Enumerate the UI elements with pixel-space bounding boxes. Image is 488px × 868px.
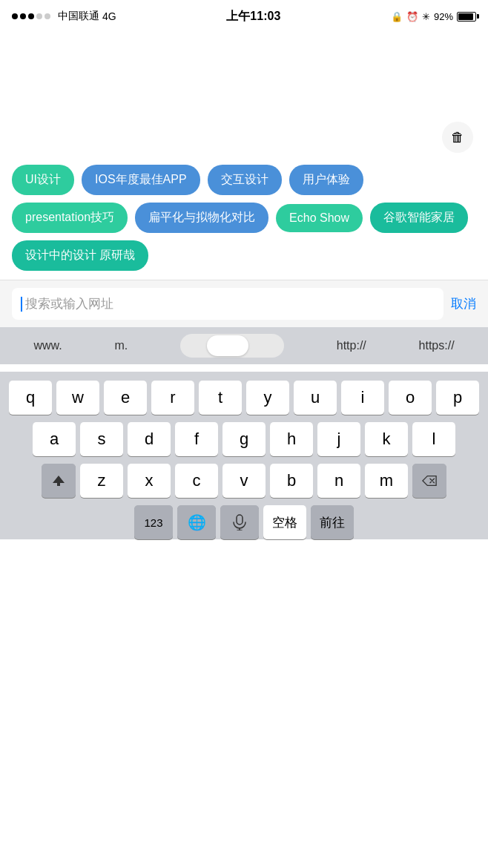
status-right: 🔒 ⏰ ✳ 92%: [391, 11, 476, 22]
key-u[interactable]: u: [294, 381, 337, 415]
quick-link-m[interactable]: m.: [114, 339, 128, 352]
tag-echo-show[interactable]: Echo Show: [276, 204, 363, 232]
backspace-icon: [422, 473, 437, 488]
quick-link-www[interactable]: www.: [33, 339, 62, 352]
mic-icon: [233, 514, 246, 530]
dot4: [36, 13, 42, 19]
svg-rect-0: [237, 515, 243, 525]
text-cursor: [21, 297, 22, 312]
key-a[interactable]: a: [33, 422, 76, 456]
key-backspace[interactable]: [412, 464, 446, 498]
dot2: [20, 13, 26, 19]
status-bar: 中国联通 4G 上午11:03 🔒 ⏰ ✳ 92%: [0, 0, 488, 33]
key-s[interactable]: s: [80, 422, 123, 456]
tag-ux[interactable]: 用户体验: [289, 165, 363, 195]
tags-area: UI设计 IOS年度最佳APP 交互设计 用户体验 presentation技巧…: [0, 159, 488, 280]
cancel-button[interactable]: 取消: [451, 295, 476, 312]
carrier-label: 中国联通: [58, 10, 99, 23]
network-label: 4G: [102, 10, 116, 22]
key-n[interactable]: n: [317, 464, 360, 498]
key-e[interactable]: e: [104, 381, 147, 415]
key-d[interactable]: d: [128, 422, 171, 456]
bluetooth-icon: ✳: [422, 11, 430, 22]
key-p[interactable]: p: [436, 381, 479, 415]
key-f[interactable]: f: [175, 422, 218, 456]
keyboard-row-2: a s d f g h j k l: [0, 422, 488, 456]
search-input-wrapper[interactable]: 搜索或输入网址: [12, 288, 444, 320]
keyboard-spacer: [0, 364, 488, 372]
key-z[interactable]: z: [80, 464, 123, 498]
delete-area: 🗑: [0, 122, 488, 159]
tag-flat-vs-skeu[interactable]: 扁平化与拟物化对比: [135, 203, 268, 233]
key-globe[interactable]: 🌐: [177, 505, 216, 539]
keyboard-row-3: z x c v b n m: [0, 464, 488, 498]
lock-icon: 🔒: [391, 11, 403, 22]
search-area: 搜索或输入网址 取消: [0, 280, 488, 327]
tag-design-in-design[interactable]: 设计中的设计 原研哉: [12, 240, 148, 271]
status-left: 中国联通 4G: [12, 10, 116, 23]
dot3: [28, 13, 34, 19]
dot5: [44, 13, 50, 19]
key-mic[interactable]: [220, 505, 259, 539]
battery-fill: [458, 13, 473, 20]
tag-google-home[interactable]: 谷歌智能家居: [370, 203, 468, 233]
key-q[interactable]: q: [9, 381, 52, 415]
keyboard: q w e r t y u i o p a s d f g h j k l z …: [0, 372, 488, 539]
key-k[interactable]: k: [365, 422, 408, 456]
quick-link-http[interactable]: http://: [337, 339, 366, 352]
key-go[interactable]: 前往: [311, 505, 354, 539]
key-l[interactable]: l: [412, 422, 455, 456]
url-slider[interactable]: [180, 334, 284, 358]
tag-interaction[interactable]: 交互设计: [208, 165, 282, 195]
delete-button[interactable]: 🗑: [442, 122, 473, 153]
tag-ui-design[interactable]: UI设计: [12, 165, 74, 195]
battery-percent: 92%: [434, 11, 453, 22]
key-t[interactable]: t: [199, 381, 242, 415]
top-space: [0, 33, 488, 122]
key-x[interactable]: x: [128, 464, 171, 498]
status-time: 上午11:03: [226, 9, 280, 24]
key-o[interactable]: o: [389, 381, 432, 415]
key-g[interactable]: g: [222, 422, 266, 456]
key-j[interactable]: j: [317, 422, 360, 456]
key-c[interactable]: c: [175, 464, 218, 498]
key-h[interactable]: h: [270, 422, 313, 456]
battery-icon: [457, 12, 476, 22]
key-i[interactable]: i: [341, 381, 384, 415]
dot1: [12, 13, 18, 19]
search-placeholder: 搜索或输入网址: [25, 295, 113, 312]
key-space[interactable]: 空格: [263, 505, 306, 539]
shift-icon: [51, 473, 66, 488]
key-b[interactable]: b: [270, 464, 313, 498]
key-shift[interactable]: [42, 464, 76, 498]
quick-links-bar: www. m. http:// https://: [0, 327, 488, 364]
key-numbers[interactable]: 123: [134, 505, 173, 539]
key-y[interactable]: y: [246, 381, 289, 415]
key-r[interactable]: r: [151, 381, 194, 415]
keyboard-row-1: q w e r t y u i o p: [0, 381, 488, 415]
tag-ios-app[interactable]: IOS年度最佳APP: [82, 165, 200, 195]
quick-link-https[interactable]: https://: [419, 339, 455, 352]
slider-thumb: [207, 335, 248, 356]
keyboard-bottom-row: 123 🌐 空格 前往: [0, 505, 488, 539]
key-v[interactable]: v: [222, 464, 266, 498]
key-m[interactable]: m: [365, 464, 408, 498]
tag-presentation[interactable]: presentation技巧: [12, 203, 128, 233]
alarm-icon: ⏰: [406, 11, 418, 22]
signal-dots: [12, 13, 50, 19]
key-w[interactable]: w: [56, 381, 99, 415]
